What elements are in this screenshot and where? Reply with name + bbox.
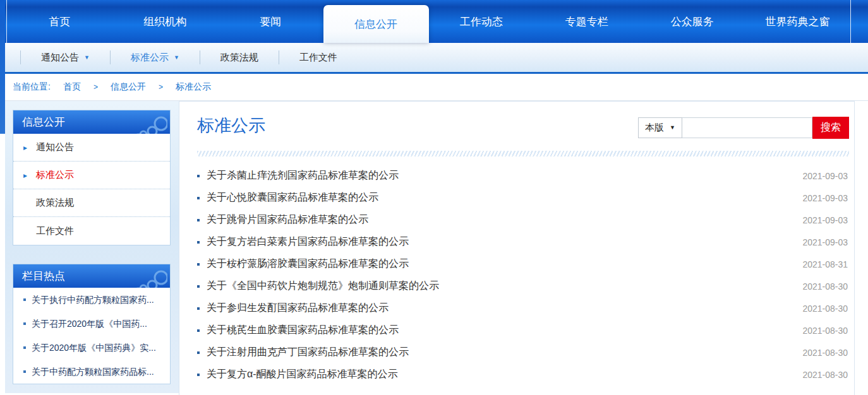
top-nav-item-6[interactable]: 专题专栏 <box>534 0 639 43</box>
hot-topic-item-3[interactable]: 关于2020年版《中国药典》实... <box>13 336 170 360</box>
search-scope-value: 本版 <box>645 122 664 134</box>
arrow-right-icon: ▸ <box>23 143 30 152</box>
striped-divider <box>197 151 849 156</box>
bullet-icon <box>23 370 26 373</box>
cloud-decoration-icon <box>121 269 167 288</box>
announcement-link[interactable]: 关于注射用曲克芦丁国家药品标准草案的公示 <box>197 346 790 359</box>
announcement-row-2: 关于心悦胶囊国家药品标准草案的公示2021-09-03 <box>197 187 848 209</box>
breadcrumb-link-1[interactable]: 首页 <box>63 81 81 93</box>
announcement-row-8: 关于桃芪生血胶囊国家药品标准草案的公示2021-08-30 <box>197 319 848 341</box>
sub-nav-item-1[interactable]: 通知公告▼ <box>21 52 110 64</box>
announcement-link[interactable]: 关于《全国中药饮片炮制规范》炮制通则草案的公示 <box>197 280 790 293</box>
announcement-row-1: 关于杀菌止痒洗剂国家药品标准草案的公示2021-09-03 <box>197 165 848 187</box>
sub-nav-item-label: 标准公示 <box>131 52 169 64</box>
announcement-date: 2021-09-03 <box>790 215 848 225</box>
chevron-down-icon: ▼ <box>84 55 90 61</box>
sidebar-section-header: 信息公开 <box>13 110 170 134</box>
hot-topic-item-4[interactable]: 关于中药配方颗粒国家药品标... <box>13 360 170 384</box>
sub-nav-item-3[interactable]: 政策法规 <box>200 52 279 64</box>
announcement-date: 2021-09-03 <box>790 171 848 181</box>
announcement-link[interactable]: 关于复方α-酮酸片国家药品标准草案的公示 <box>197 368 790 381</box>
hot-topic-item-1[interactable]: 关于执行中药配方颗粒国家药... <box>13 288 170 312</box>
top-nav-item-2[interactable]: 组织机构 <box>112 0 218 43</box>
bullet-icon <box>197 351 200 354</box>
top-nav-item-label: 专题专栏 <box>565 15 608 29</box>
top-nav-item-label: 公众服务 <box>671 15 714 29</box>
announcement-row-5: 关于桉柠蒎肠溶胶囊国家药品标准草案的公示2021-08-31 <box>197 253 848 275</box>
announcement-link[interactable]: 关于心悦胶囊国家药品标准草案的公示 <box>197 191 790 204</box>
bullet-icon <box>197 219 200 221</box>
hot-topics-title: 栏目热点 <box>22 269 65 283</box>
sub-nav-item-4[interactable]: 工作文件 <box>279 52 358 64</box>
sidebar-nav-item-3[interactable]: 政策法规 <box>13 189 170 217</box>
arrow-right-icon: ▸ <box>23 171 30 180</box>
top-nav-item-label: 首页 <box>49 15 70 29</box>
top-nav-item-7[interactable]: 公众服务 <box>639 0 745 43</box>
announcement-link[interactable]: 关于桃芪生血胶囊国家药品标准草案的公示 <box>197 324 790 337</box>
announcement-link[interactable]: 关于复方岩白菜素片国家药品标准草案的公示 <box>197 235 790 249</box>
announcement-title: 关于桉柠蒎肠溶胶囊国家药品标准草案的公示 <box>207 257 409 271</box>
sidebar-section-box: 信息公开 ▸通知公告▸标准公示政策法规工作文件 <box>13 110 171 245</box>
bullet-icon <box>197 285 200 288</box>
announcement-link[interactable]: 关于跳骨片国家药品标准草案的公示 <box>197 213 790 227</box>
top-nav-item-1[interactable]: 首页 <box>7 0 112 43</box>
top-nav-item-5[interactable]: 工作动态 <box>429 0 534 43</box>
announcement-list: 关于杀菌止痒洗剂国家药品标准草案的公示2021-09-03关于心悦胶囊国家药品标… <box>197 165 848 386</box>
sub-nav: 通知公告▼标准公示▼政策法规工作文件 <box>0 43 868 74</box>
top-nav-item-label: 信息公开 <box>354 17 397 32</box>
hot-topic-label: 关于中药配方颗粒国家药品标... <box>32 365 154 379</box>
breadcrumb-link-2[interactable]: 信息公开 <box>111 81 146 93</box>
announcement-link[interactable]: 关于参归生发酊国家药品标准草案的公示 <box>197 302 790 315</box>
announcement-title: 关于复方α-酮酸片国家药品标准草案的公示 <box>207 368 398 381</box>
breadcrumb-link-3[interactable]: 标准公示 <box>176 81 211 93</box>
hot-topic-item-2[interactable]: 关于召开2020年版《中国药... <box>13 312 170 336</box>
top-nav: 首页组织机构要闻信息公开工作动态专题专栏公众服务世界药典之窗 <box>6 0 851 43</box>
search-input[interactable] <box>682 117 812 138</box>
announcement-link[interactable]: 关于杀菌止痒洗剂国家药品标准草案的公示 <box>197 169 790 182</box>
announcement-row-3: 关于跳骨片国家药品标准草案的公示2021-09-03 <box>197 209 848 231</box>
top-nav-item-label: 世界药典之窗 <box>766 15 830 29</box>
hot-topic-label: 关于召开2020年版《中国药... <box>32 317 147 331</box>
sub-nav-item-2[interactable]: 标准公示▼ <box>111 52 200 64</box>
search-scope-select[interactable]: 本版 ▼ <box>638 117 682 138</box>
content-area: 信息公开 ▸通知公告▸标准公示政策法规工作文件 栏目热点 关于执行中药配方颗粒国… <box>0 101 868 393</box>
hot-topic-label: 关于执行中药配方颗粒国家药... <box>32 293 154 307</box>
left-edge-decoration <box>0 0 5 134</box>
top-nav-bar: 首页组织机构要闻信息公开工作动态专题专栏公众服务世界药典之窗 <box>0 0 868 43</box>
announcement-row-6: 关于《全国中药饮片炮制规范》炮制通则草案的公示2021-08-30 <box>197 275 848 297</box>
top-nav-item-3[interactable]: 要闻 <box>218 0 323 43</box>
announcement-row-9: 关于注射用曲克芦丁国家药品标准草案的公示2021-08-30 <box>197 341 848 363</box>
bullet-icon <box>197 374 200 376</box>
bullet-icon <box>23 298 26 301</box>
sidebar: 信息公开 ▸通知公告▸标准公示政策法规工作文件 栏目热点 关于执行中药配方颗粒国… <box>5 101 181 393</box>
sidebar-nav-item-2[interactable]: ▸标准公示 <box>13 162 170 189</box>
sidebar-section-title: 信息公开 <box>22 115 65 129</box>
bullet-icon <box>197 329 200 332</box>
breadcrumb-items: 首页>信息公开>标准公示 <box>63 81 211 93</box>
top-nav-item-label: 要闻 <box>260 15 281 29</box>
announcement-link[interactable]: 关于桉柠蒎肠溶胶囊国家药品标准草案的公示 <box>197 257 790 271</box>
hot-topics-header: 栏目热点 <box>13 264 170 288</box>
top-nav-item-8[interactable]: 世界药典之窗 <box>745 0 850 43</box>
top-nav-item-label: 工作动态 <box>460 15 503 29</box>
breadcrumb: 当前位置: 首页>信息公开>标准公示 <box>0 74 868 101</box>
sidebar-nav-item-4[interactable]: 工作文件 <box>13 217 170 245</box>
chevron-down-icon: ▼ <box>670 125 675 131</box>
sidebar-nav-item-1[interactable]: ▸通知公告 <box>13 134 170 162</box>
page: 首页组织机构要闻信息公开工作动态专题专栏公众服务世界药典之窗 通知公告▼标准公示… <box>0 0 868 395</box>
search-bar: 本版 ▼ 搜索 <box>638 117 849 139</box>
search-button[interactable]: 搜索 <box>812 117 849 139</box>
bullet-icon <box>23 346 26 349</box>
top-nav-item-label: 组织机构 <box>143 15 186 29</box>
announcement-row-10: 关于复方α-酮酸片国家药品标准草案的公示2021-08-30 <box>197 363 848 386</box>
announcement-title: 关于复方岩白菜素片国家药品标准草案的公示 <box>207 235 409 249</box>
announcement-title: 关于心悦胶囊国家药品标准草案的公示 <box>207 191 378 204</box>
announcement-date: 2021-08-30 <box>790 348 848 358</box>
breadcrumb-prefix: 当前位置: <box>13 81 51 93</box>
bullet-icon <box>197 175 200 177</box>
top-nav-item-4[interactable]: 信息公开 <box>323 5 429 43</box>
sub-nav-item-label: 政策法规 <box>220 52 258 64</box>
breadcrumb-separator: > <box>159 83 163 91</box>
sidebar-nav-item-label: 通知公告 <box>36 141 74 153</box>
announcement-title: 关于杀菌止痒洗剂国家药品标准草案的公示 <box>207 169 399 182</box>
